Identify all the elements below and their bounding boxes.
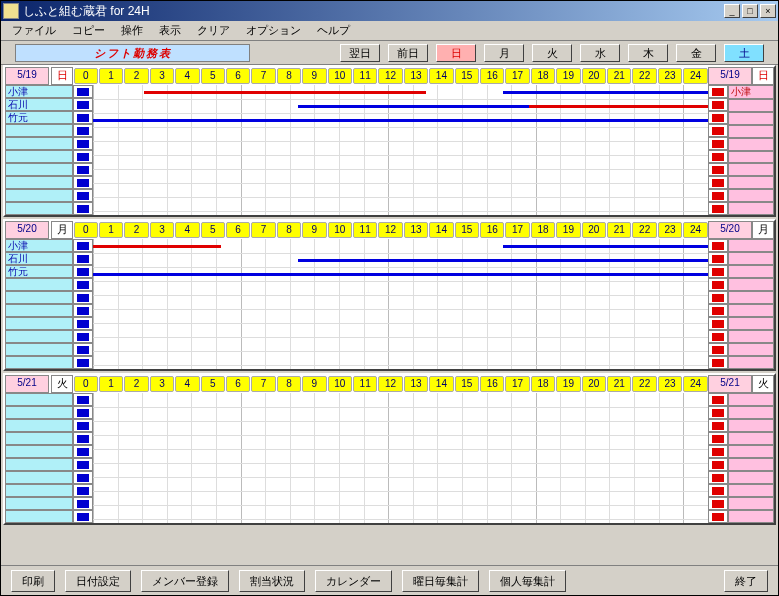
employee-name[interactable] [5, 317, 73, 330]
employee-name-right[interactable] [728, 265, 774, 278]
close-button[interactable]: × [760, 4, 776, 18]
employee-name-right[interactable] [728, 291, 774, 304]
employee-name-right[interactable] [728, 510, 774, 523]
shift-bar[interactable] [93, 273, 708, 276]
employee-name[interactable] [5, 445, 73, 458]
dow-total-button[interactable]: 曜日毎集計 [402, 570, 479, 592]
employee-name[interactable] [5, 163, 73, 176]
employee-name-right[interactable] [728, 125, 774, 138]
shift-bar[interactable] [93, 119, 708, 122]
employee-name[interactable]: 小津 [5, 239, 73, 252]
indicator-left [73, 98, 93, 111]
shift-bar[interactable] [503, 91, 708, 94]
employee-name-right[interactable] [728, 484, 774, 497]
timeline-grid[interactable] [93, 393, 708, 523]
maximize-button[interactable]: □ [742, 4, 758, 18]
employee-name[interactable] [5, 510, 73, 523]
employee-name-right[interactable] [728, 343, 774, 356]
employee-name[interactable] [5, 356, 73, 369]
employee-name-right[interactable]: 小津 [728, 85, 774, 99]
employee-name[interactable] [5, 419, 73, 432]
employee-name[interactable] [5, 343, 73, 356]
employee-name[interactable] [5, 137, 73, 150]
menu-item[interactable]: クリア [190, 21, 237, 40]
shift-bar[interactable] [93, 245, 221, 248]
employee-name-right[interactable] [728, 99, 774, 112]
employee-name-right[interactable] [728, 278, 774, 291]
employee-name-right[interactable] [728, 406, 774, 419]
employee-name-right[interactable] [728, 458, 774, 471]
employee-name-right[interactable] [728, 112, 774, 125]
employee-name[interactable] [5, 278, 73, 291]
shift-bar[interactable] [144, 91, 426, 94]
calendar-button[interactable]: カレンダー [315, 570, 392, 592]
employee-name-right[interactable] [728, 304, 774, 317]
employee-name[interactable] [5, 124, 73, 137]
employee-name-right[interactable] [728, 239, 774, 252]
shift-bar[interactable] [503, 245, 708, 248]
day-button[interactable]: 土 [724, 44, 764, 62]
exit-button[interactable]: 終了 [724, 570, 768, 592]
employee-name-right[interactable] [728, 189, 774, 202]
day-button[interactable]: 前日 [388, 44, 428, 62]
timeline-grid[interactable] [93, 85, 708, 215]
print-button[interactable]: 印刷 [11, 570, 55, 592]
day-button[interactable]: 日 [436, 44, 476, 62]
employee-name[interactable] [5, 291, 73, 304]
employee-name-right[interactable] [728, 151, 774, 164]
employee-name[interactable] [5, 432, 73, 445]
menu-item[interactable]: ファイル [5, 21, 63, 40]
date-set-button[interactable]: 日付設定 [65, 570, 131, 592]
employee-name[interactable] [5, 176, 73, 189]
employee-name[interactable] [5, 393, 73, 406]
shift-bar[interactable] [298, 259, 708, 262]
employee-name-right[interactable] [728, 176, 774, 189]
employee-name[interactable] [5, 202, 73, 215]
employee-name-right[interactable] [728, 419, 774, 432]
employee-name[interactable]: 石川 [5, 252, 73, 265]
employee-name[interactable] [5, 330, 73, 343]
employee-name[interactable] [5, 304, 73, 317]
employee-name-right[interactable] [728, 317, 774, 330]
employee-name[interactable] [5, 150, 73, 163]
day-button[interactable]: 月 [484, 44, 524, 62]
employee-name[interactable]: 竹元 [5, 265, 73, 278]
employee-name[interactable] [5, 497, 73, 510]
day-button[interactable]: 金 [676, 44, 716, 62]
day-button[interactable]: 水 [580, 44, 620, 62]
menu-item[interactable]: オプション [239, 21, 308, 40]
employee-name-right[interactable] [728, 138, 774, 151]
employee-name-right[interactable] [728, 432, 774, 445]
employee-name-right[interactable] [728, 202, 774, 215]
employee-name[interactable]: 石川 [5, 98, 73, 111]
day-button[interactable]: 木 [628, 44, 668, 62]
employee-name[interactable] [5, 189, 73, 202]
employee-name[interactable] [5, 484, 73, 497]
menu-item[interactable]: 操作 [114, 21, 150, 40]
employee-name-right[interactable] [728, 445, 774, 458]
member-reg-button[interactable]: メンバー登録 [141, 570, 229, 592]
menu-item[interactable]: 表示 [152, 21, 188, 40]
menu-item[interactable]: コピー [65, 21, 112, 40]
shift-bar[interactable] [529, 105, 708, 108]
shift-bar[interactable] [298, 105, 529, 108]
minimize-button[interactable]: _ [724, 4, 740, 18]
employee-name-right[interactable] [728, 356, 774, 369]
employee-name-right[interactable] [728, 497, 774, 510]
employee-name[interactable] [5, 471, 73, 484]
menu-item[interactable]: ヘルプ [310, 21, 357, 40]
timeline-grid[interactable] [93, 239, 708, 369]
employee-name-right[interactable] [728, 393, 774, 406]
day-button[interactable]: 火 [532, 44, 572, 62]
employee-name[interactable]: 小津 [5, 85, 73, 98]
employee-name-right[interactable] [728, 163, 774, 176]
employee-name-right[interactable] [728, 252, 774, 265]
employee-name[interactable] [5, 406, 73, 419]
allocation-button[interactable]: 割当状況 [239, 570, 305, 592]
employee-name-right[interactable] [728, 330, 774, 343]
person-total-button[interactable]: 個人毎集計 [489, 570, 566, 592]
employee-name[interactable]: 竹元 [5, 111, 73, 124]
day-button[interactable]: 翌日 [340, 44, 380, 62]
employee-name[interactable] [5, 458, 73, 471]
employee-name-right[interactable] [728, 471, 774, 484]
